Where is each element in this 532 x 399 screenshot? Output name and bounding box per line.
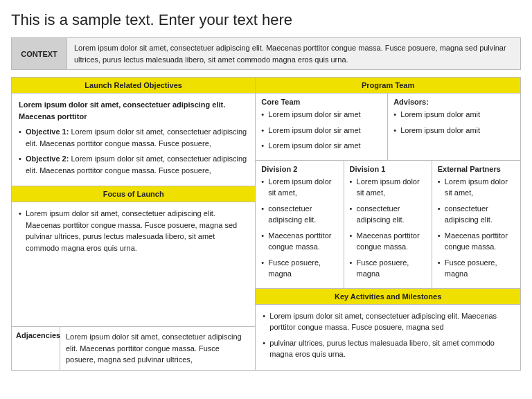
adjacencies-text: Lorem ipsum dolor sit amet, consectetuer…: [60, 327, 255, 370]
context-label: CONTEXT: [12, 38, 67, 69]
objective2-label: Objective 2:: [26, 154, 69, 163]
division1-list: Lorem ipsum dolor sit amet, consectetuer…: [350, 176, 426, 280]
division1-item-2: consectetuer adipiscing elit.: [350, 203, 426, 226]
division1-title: Division 1: [350, 165, 426, 173]
division2-item-4: Fusce posuere, magna: [261, 257, 337, 280]
division1-item-4: Fusce posuere, magna: [350, 257, 426, 280]
focus-header: Focus of Launch: [12, 186, 255, 202]
division1-col: Division 1 Lorem ipsum dolor sit amet, c…: [344, 161, 432, 288]
advisors-col: Advisors: Lorem ipsum dolor amit Lorem i…: [388, 94, 520, 160]
division2-item-2: consectetuer adipiscing elit.: [261, 203, 337, 226]
external-item-4: Fusce posuere, magna: [438, 257, 515, 280]
focus-section: Focus of Launch Lorem ipsum dolor sit am…: [12, 186, 255, 263]
division2-title: Division 2: [261, 165, 337, 173]
adjacencies-label: Adjacencies: [12, 327, 60, 370]
objectives-content: Lorem ipsum dolor sit amet, consectetuer…: [12, 94, 255, 186]
objectives-title: Lorem ipsum dolor sit amet, consectetuer…: [19, 99, 248, 122]
focus-content: Lorem ipsum dolor sit amet, consectetuer…: [12, 202, 255, 263]
key-activities-content: Lorem ipsum dolor sit amet, consectetuer…: [256, 305, 520, 370]
page-title: This is a sample text. Enter your text h…: [11, 11, 521, 29]
right-column: Program Team Core Team Lorem ipsum dolor…: [256, 78, 520, 370]
launch-objectives-header: Launch Related Objectives: [12, 78, 255, 94]
division2-list: Lorem ipsum dolor sit amet, consectetuer…: [261, 176, 337, 280]
external-item-2: consectetuer adipiscing elit.: [438, 203, 515, 226]
key-activities-header: Key Activities and Milestones: [256, 289, 520, 305]
external-item-1: Lorem ipsum dolor sit amet,: [438, 176, 515, 199]
key-activities-list: Lorem ipsum dolor sit amet, consectetuer…: [263, 310, 513, 360]
core-team-title: Core Team: [261, 98, 382, 106]
context-row: CONTEXT Lorem ipsum dolor sit amet, cons…: [11, 37, 521, 70]
division2-item-3: Maecenas porttitor congue massa.: [261, 230, 337, 253]
core-team-item-2: Lorem ipsum dolor sir amet: [261, 125, 382, 136]
core-team-list: Lorem ipsum dolor sir amet Lorem ipsum d…: [261, 109, 382, 152]
divisions-grid: Division 2 Lorem ipsum dolor sit amet, c…: [256, 161, 520, 289]
left-column: Launch Related Objectives Lorem ipsum do…: [12, 78, 256, 370]
core-team-item-3: Lorem ipsum dolor sir amet: [261, 140, 382, 152]
external-list: Lorem ipsum dolor sit amet, consectetuer…: [438, 176, 515, 280]
external-title: External Partners: [438, 165, 515, 173]
program-team-grid: Core Team Lorem ipsum dolor sir amet Lor…: [256, 94, 520, 161]
division1-item-3: Maecenas porttitor congue massa.: [350, 230, 426, 253]
external-item-3: Maecenas porttitor congue massa.: [438, 230, 515, 253]
advisors-title: Advisors:: [393, 98, 515, 106]
division2-col: Division 2 Lorem ipsum dolor sit amet, c…: [256, 161, 344, 288]
focus-list: Lorem ipsum dolor sit amet, consectetuer…: [19, 208, 248, 254]
key-item-2: pulvinar ultrices, purus lectus malesuad…: [263, 337, 513, 360]
objective1-label: Objective 1:: [26, 127, 69, 136]
context-text: Lorem ipsum dolor sit amet, consectetuer…: [67, 38, 520, 69]
adjacencies-row: Adjacencies Lorem ipsum dolor sit amet, …: [12, 326, 255, 370]
objective-2: Objective 2: Lorem ipsum dolor sit amet,…: [19, 153, 248, 176]
key-item-1: Lorem ipsum dolor sit amet, consectetuer…: [263, 310, 513, 333]
division1-item-1: Lorem ipsum dolor sit amet,: [350, 176, 426, 199]
external-partners-col: External Partners Lorem ipsum dolor sit …: [432, 161, 520, 288]
main-grid: Launch Related Objectives Lorem ipsum do…: [11, 77, 521, 371]
advisors-item-2: Lorem ipsum dolor amit: [393, 125, 515, 136]
key-activities-section: Key Activities and Milestones Lorem ipsu…: [256, 289, 520, 370]
advisors-item-1: Lorem ipsum dolor amit: [393, 109, 515, 121]
core-team-item-1: Lorem ipsum dolor sir amet: [261, 109, 382, 121]
objective-1: Objective 1: Lorem ipsum dolor sit amet,…: [19, 126, 248, 149]
advisors-list: Lorem ipsum dolor amit Lorem ipsum dolor…: [393, 109, 515, 136]
core-team-col: Core Team Lorem ipsum dolor sir amet Lor…: [256, 94, 388, 160]
objectives-list: Objective 1: Lorem ipsum dolor sit amet,…: [19, 126, 248, 176]
division2-item-1: Lorem ipsum dolor sit amet,: [261, 176, 337, 199]
focus-item: Lorem ipsum dolor sit amet, consectetuer…: [19, 208, 248, 254]
program-team-header: Program Team: [256, 78, 520, 94]
